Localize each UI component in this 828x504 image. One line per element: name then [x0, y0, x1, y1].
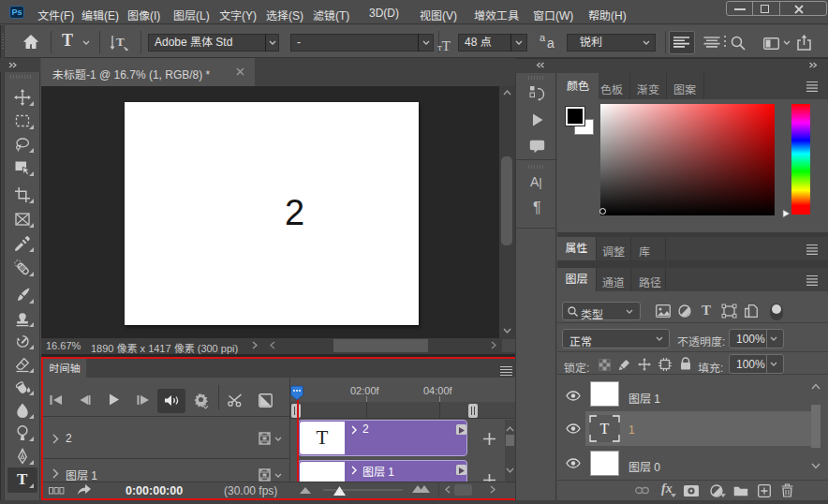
svg-text:T: T	[116, 35, 125, 49]
